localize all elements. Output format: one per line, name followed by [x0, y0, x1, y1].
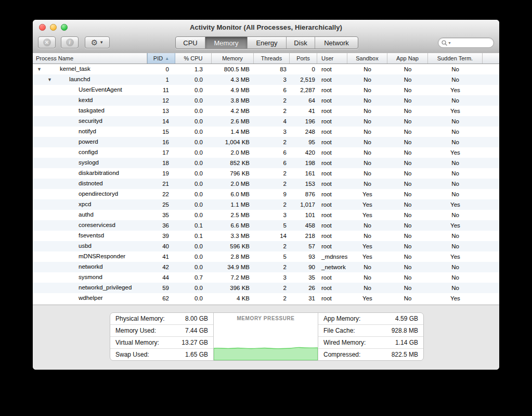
- column-header-threads[interactable]: Threads: [254, 53, 290, 64]
- cell-user: root: [317, 222, 347, 229]
- stat-value: 7.44 GB: [185, 327, 208, 334]
- column-header-sudden[interactable]: Sudden Term.: [428, 53, 483, 64]
- cell-app-nap: No: [387, 191, 428, 197]
- cell-app-nap: No: [387, 149, 428, 156]
- cell-sandbox: Yes: [347, 212, 387, 218]
- column-header-sandbox[interactable]: Sandbox: [347, 53, 387, 64]
- column-header-user[interactable]: User: [317, 53, 347, 64]
- process-row[interactable]: ▼ networkd 42 0.0 34.9 MB 2 90 _network …: [33, 262, 499, 272]
- memory-pressure-title: MEMORY PRESSURE: [214, 316, 318, 321]
- memory-summary-footer: Physical Memory: 8.00 GB Memory Used: 7.…: [33, 305, 499, 370]
- cell-sandbox: No: [347, 274, 387, 281]
- cell-app-nap: No: [387, 77, 428, 83]
- cell-user: root: [317, 149, 347, 156]
- cell-process-name: ▼ UserEventAgent: [33, 85, 147, 95]
- process-row[interactable]: ▼ powerd 16 0.0 1,004 KB 2 95 root No No…: [33, 137, 499, 147]
- column-header-appnap[interactable]: App Nap: [387, 53, 428, 64]
- cell-sandbox: No: [347, 181, 387, 187]
- cell-cpu: 0.0: [175, 118, 212, 124]
- cell-sudden-term: No: [428, 233, 483, 239]
- process-row[interactable]: ▼ configd 17 0.0 2.0 MB 6 420 root No No…: [33, 147, 499, 158]
- process-name-label: syslogd: [79, 159, 99, 166]
- process-row[interactable]: ▼ notifyd 15 0.0 1.4 MB 3 248 root No No…: [33, 127, 499, 137]
- tab-cpu[interactable]: CPU: [176, 37, 205, 48]
- column-header-label: Sudden Term.: [437, 55, 473, 61]
- tab-energy[interactable]: Energy: [247, 37, 286, 48]
- column-header-name[interactable]: Process Name: [33, 53, 147, 64]
- process-row[interactable]: ▼ securityd 14 0.0 2.6 MB 4 196 root No …: [33, 116, 499, 127]
- gear-menu-button[interactable]: ⚙ ▼: [85, 36, 110, 48]
- column-header-pid[interactable]: PID ▲: [147, 53, 175, 64]
- process-row[interactable]: ▼ taskgated 13 0.0 4.2 MB 2 41 root No N…: [33, 106, 499, 116]
- tab-disk[interactable]: Disk: [286, 37, 315, 48]
- cell-process-name: ▼ syslogd: [33, 158, 147, 168]
- search-field[interactable]: ▼: [438, 37, 494, 48]
- cell-memory: 6.6 MB: [212, 222, 254, 229]
- cell-user: _network: [317, 264, 347, 270]
- process-row[interactable]: ▼ wdhelper 62 0.0 4 KB 2 31 root Yes No …: [33, 293, 499, 304]
- memory-pressure-chart: [214, 344, 318, 360]
- process-row[interactable]: ▼ diskarbitrationd 19 0.0 796 KB 2 161 r…: [33, 168, 499, 179]
- search-input[interactable]: [453, 39, 490, 46]
- titlebar[interactable]: Activity Monitor (All Processes, Hierarc…: [33, 20, 499, 34]
- tab-network[interactable]: Network: [315, 37, 358, 48]
- process-row[interactable]: ▼ usbd 40 0.0 596 KB 2 57 root Yes No No: [33, 241, 499, 251]
- cell-pid: 42: [147, 264, 175, 270]
- process-row[interactable]: ▼ sysmond 44 0.7 7.2 MB 3 35 root No No …: [33, 272, 499, 283]
- column-header-ports[interactable]: Ports: [290, 53, 317, 64]
- cell-sandbox: No: [347, 264, 387, 270]
- cell-process-name: ▼ xpcd: [33, 199, 147, 210]
- disclosure-triangle-icon[interactable]: ▼: [37, 67, 42, 72]
- process-row[interactable]: ▼ UserEventAgent 11 0.0 4.9 MB 6 2,287 r…: [33, 85, 499, 95]
- process-row[interactable]: ▼ kextd 12 0.0 3.8 MB 2 64 root No No No: [33, 95, 499, 106]
- cell-sudden-term: Yes: [428, 108, 483, 114]
- disclosure-triangle-icon[interactable]: ▼: [47, 77, 52, 82]
- quit-process-button[interactable]: ✕: [38, 36, 56, 48]
- sort-ascending-icon: ▲: [165, 56, 169, 61]
- cell-process-name: ▼ usbd: [33, 241, 147, 251]
- process-row[interactable]: ▼ networkd_privileged 59 0.0 396 KB 2 26…: [33, 283, 499, 293]
- cell-app-nap: No: [387, 170, 428, 177]
- process-row[interactable]: ▼ kernel_task 0 1.3 800.5 MB 83 0 root N…: [33, 64, 499, 74]
- process-row[interactable]: ▼ syslogd 18 0.0 852 KB 6 198 root No No…: [33, 158, 499, 168]
- column-header-cpu[interactable]: % CPU: [175, 53, 212, 64]
- cell-sandbox: Yes: [347, 201, 387, 208]
- cell-app-nap: No: [387, 181, 428, 187]
- cell-sudden-term: Yes: [428, 201, 483, 208]
- process-row[interactable]: ▼ launchd 1 0.0 4.3 MB 3 2,519 root No N…: [33, 74, 499, 85]
- cell-process-name: ▼ kextd: [33, 95, 147, 106]
- cell-ports: 93: [290, 254, 317, 260]
- inspect-button[interactable]: i: [61, 36, 79, 48]
- column-header-filler[interactable]: [483, 53, 499, 64]
- cell-user: root: [317, 243, 347, 249]
- process-row[interactable]: ▼ coreservicesd 36 0.1 6.6 MB 5 458 root…: [33, 220, 499, 231]
- tab-memory[interactable]: Memory: [205, 37, 247, 48]
- chevron-down-icon: ▼: [99, 40, 103, 45]
- cell-user: root: [317, 87, 347, 93]
- cell-sandbox: No: [347, 160, 387, 166]
- process-row[interactable]: ▼ authd 35 0.0 2.5 MB 3 101 root Yes No …: [33, 210, 499, 220]
- cell-memory: 7.2 MB: [212, 274, 254, 281]
- cell-memory: 4.9 MB: [212, 87, 254, 93]
- cell-cpu: 0.0: [175, 108, 212, 114]
- stat-label: Physical Memory:: [115, 315, 165, 322]
- stat-label: Swap Used:: [115, 351, 149, 358]
- cell-process-name: ▼ kernel_task: [33, 64, 147, 74]
- column-header-mem[interactable]: Memory: [212, 53, 254, 64]
- column-header-label: PID: [153, 55, 163, 61]
- cell-memory: 2.0 MB: [212, 149, 254, 156]
- process-row[interactable]: ▼ opendirectoryd 22 0.0 6.0 MB 9 876 roo…: [33, 189, 499, 199]
- cell-ports: 196: [290, 118, 317, 124]
- process-row[interactable]: ▼ distnoted 21 0.0 2.0 MB 2 153 root No …: [33, 179, 499, 189]
- process-row[interactable]: ▼ xpcd 25 0.0 1.1 MB 2 1,017 root Yes No…: [33, 199, 499, 210]
- process-name-label: kernel_task: [60, 66, 90, 72]
- cell-ports: 458: [290, 222, 317, 229]
- process-name-label: powerd: [79, 138, 98, 145]
- process-row[interactable]: ▼ fseventsd 39 0.1 3.3 MB 14 218 root No…: [33, 231, 499, 241]
- process-name-label: authd: [79, 211, 94, 218]
- stat-label: Wired Memory:: [323, 339, 366, 346]
- cell-pid: 35: [147, 212, 175, 218]
- cell-pid: 11: [147, 87, 175, 93]
- stat-label: Compressed:: [323, 351, 360, 358]
- process-row[interactable]: ▼ mDNSResponder 41 0.0 2.8 MB 5 93 _mdns…: [33, 251, 499, 262]
